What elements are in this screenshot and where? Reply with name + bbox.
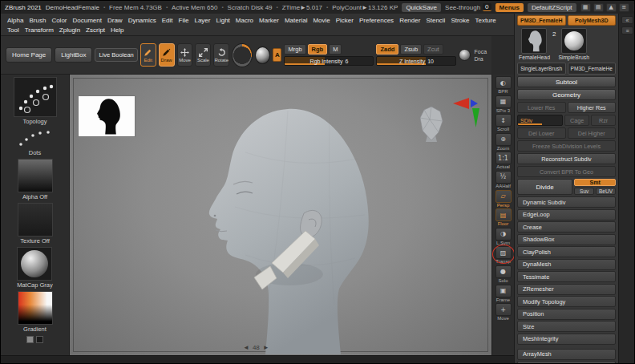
document-canvas[interactable]: ◄ 48 ► (70, 75, 491, 355)
shelf-item[interactable]: ½ AAHalf (495, 171, 512, 189)
beuv-toggle[interactable]: BeUV (596, 188, 616, 195)
menu-item[interactable]: Color (51, 17, 67, 24)
shelf-item[interactable]: 1:1 Actual (495, 152, 512, 170)
menu-item[interactable]: Draw (107, 17, 123, 24)
menu-item[interactable]: Preferences (358, 17, 394, 24)
subtool-section-header[interactable]: Subtool (517, 76, 616, 87)
texture-selector[interactable]: Texture Off (18, 203, 53, 245)
menu-item[interactable]: Stencil (425, 17, 446, 24)
higher-res-button[interactable]: Higher Res (568, 102, 617, 113)
menu-item[interactable]: Material (284, 17, 308, 24)
subsection-header[interactable]: Modify Topology (517, 296, 616, 307)
subsection-header[interactable]: DynaMesh (517, 259, 616, 270)
transp-icon[interactable]: ▨ (495, 246, 512, 259)
subsection-header[interactable]: Tessimate (517, 271, 616, 282)
menu-item[interactable]: Texture (475, 17, 497, 24)
stroke-selector[interactable]: Dots (17, 127, 54, 156)
convert-bpr-button[interactable]: Convert BPR To Geo (517, 166, 616, 177)
geometry-section-header[interactable]: Geometry (517, 89, 616, 100)
del-higher-button[interactable]: Del Higher (568, 127, 617, 139)
menu-item[interactable]: Alpha (6, 17, 24, 24)
shelf-item[interactable]: ▱ Persp (495, 190, 512, 208)
quicksave-button[interactable]: QuickSave (402, 3, 441, 12)
move-button[interactable]: Move (177, 43, 193, 67)
divide-button[interactable]: Divide (517, 179, 572, 195)
z-intensity-slider[interactable]: Z Intensity 10 (376, 56, 456, 66)
subsection-header[interactable]: ZRemesher (517, 284, 616, 295)
persp-icon[interactable]: ▱ (495, 190, 512, 203)
bpr-icon[interactable]: ◐ (495, 76, 512, 89)
reconstruct-subdiv-button[interactable]: Reconstruct Subdiv (517, 153, 616, 164)
sdiv-slider[interactable]: SDiv (517, 115, 563, 126)
live-boolean-button[interactable]: Live Boolean (95, 48, 137, 62)
next-frame-arrow[interactable]: ► (263, 344, 269, 351)
subsection-header[interactable]: ShadowBox (517, 234, 616, 245)
suv-toggle[interactable]: Suv (574, 188, 594, 195)
menu-item[interactable]: Brush (28, 17, 47, 24)
shelf-item[interactable]: ↕ Scroll (495, 114, 512, 132)
divider-handle-icon[interactable]: ≡ (621, 26, 633, 34)
lsym-icon[interactable]: ◑ (495, 228, 512, 241)
alpha-selector[interactable]: Alpha Off (18, 159, 53, 200)
menu-item[interactable]: Edit (161, 17, 174, 24)
lightbox-button[interactable]: LightBox (55, 47, 92, 63)
material-selector[interactable]: MatCap Gray (17, 247, 53, 289)
menu-item[interactable]: Document (72, 17, 103, 24)
zoom-icon[interactable]: ⊕ (495, 133, 512, 146)
subsection-header[interactable]: Dynamic Subdiv (517, 196, 616, 208)
color-gradient-picker[interactable] (18, 291, 53, 325)
subsection-header[interactable]: MeshIntegrity (517, 334, 616, 345)
del-lower-button[interactable]: Del Lower (517, 127, 566, 139)
floor-icon[interactable]: ▤ (495, 208, 512, 221)
shelf-item[interactable]: ⊕ Zoom (495, 133, 512, 152)
zadd-button[interactable]: Zadd (376, 44, 398, 55)
lower-res-button[interactable]: Lower Res (517, 102, 566, 113)
menu-item[interactable]: Movie (312, 17, 330, 24)
pm3d-femalehead-button[interactable]: PM3D_FemaleHe (568, 63, 617, 75)
freeze-subdivision-button[interactable]: Freeze SubDivision Levels (517, 140, 616, 152)
sculpt-model-head[interactable] (169, 103, 386, 355)
actual-icon[interactable]: 1:1 (495, 152, 512, 164)
current-brush-icon[interactable] (232, 43, 253, 67)
single-layer-brush-button[interactable]: SingleLayerBrush (517, 63, 566, 75)
palette-section-header[interactable]: ArrayMesh (517, 349, 616, 360)
shelf-item[interactable]: ● Solo (495, 265, 512, 284)
menu-item[interactable]: Light (215, 17, 230, 24)
shelf-item[interactable]: ▨ Transp (495, 246, 512, 265)
menu-item[interactable]: Help (110, 26, 124, 34)
menus-button[interactable]: Menus (495, 3, 524, 12)
shelf-item[interactable]: ▦ SPix 3 (495, 95, 512, 114)
shelf-item[interactable]: ▤ Floor (495, 208, 512, 227)
frame-icon[interactable]: ▣ (495, 285, 512, 297)
edit-button[interactable]: Edit (140, 43, 156, 67)
axis-orientation-gizmo[interactable] (453, 97, 482, 129)
rgb-button[interactable]: Rgb (308, 44, 328, 55)
m-button[interactable]: M (329, 44, 342, 55)
palette-section-header[interactable]: NanoMesh (517, 361, 616, 364)
expand-icon[interactable]: ▲ (606, 3, 617, 12)
rotate-button[interactable]: Rotate (213, 43, 229, 67)
menu-item[interactable]: Tool (6, 26, 20, 34)
prev-frame-arrow[interactable]: ◄ (243, 344, 249, 351)
current-color-swatch[interactable]: A (273, 48, 281, 62)
menu-icon[interactable]: ≡ (619, 3, 629, 12)
scroll-icon[interactable]: ↕ (495, 114, 512, 127)
color-picker[interactable]: Gradient (18, 291, 53, 333)
aahalf-icon[interactable]: ½ (495, 171, 512, 184)
texture-thumbnail[interactable] (18, 203, 53, 237)
brush-selector[interactable]: Topology (14, 77, 57, 125)
secondary-color-swatch[interactable] (36, 336, 43, 343)
alpha-thumbnail[interactable] (18, 159, 53, 192)
shelf-item[interactable]: + Move (495, 303, 512, 322)
subsection-header[interactable]: Size (517, 321, 616, 332)
rzr-button[interactable]: Rzr (591, 115, 616, 126)
smt-toggle[interactable]: Smt (574, 179, 616, 186)
menu-item[interactable]: Transform (24, 26, 55, 34)
default-zscript-button[interactable]: DefaultZScript (528, 3, 576, 12)
menu-item[interactable]: Zplugin (59, 26, 81, 34)
subsection-header[interactable]: Position (517, 309, 616, 320)
active-tool-thumbnail[interactable]: FemaleHead (519, 28, 550, 60)
current-material-icon[interactable] (255, 47, 270, 64)
menu-item[interactable]: Stroke (450, 17, 470, 24)
menu-item[interactable]: Picker (335, 17, 354, 24)
